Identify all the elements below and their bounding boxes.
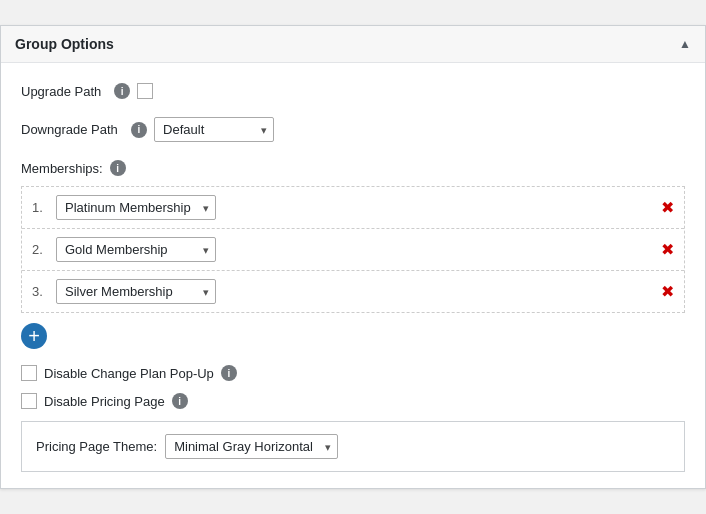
downgrade-path-row: Downgrade Path i Default Custom None xyxy=(21,117,685,142)
upgrade-path-checkbox[interactable] xyxy=(137,83,153,99)
panel-toggle-icon[interactable]: ▲ xyxy=(679,37,691,51)
disable-pricing-label: Disable Pricing Page i xyxy=(44,393,188,409)
disable-pricing-checkbox[interactable] xyxy=(21,393,37,409)
pricing-theme-label: Pricing Page Theme: xyxy=(36,439,157,454)
memberships-label-row: Memberships: i xyxy=(21,160,685,176)
panel-body: Upgrade Path i Downgrade Path i Default … xyxy=(1,63,705,488)
disable-change-plan-checkbox[interactable] xyxy=(21,365,37,381)
membership-2-select[interactable]: Platinum Membership Gold Membership Silv… xyxy=(56,237,216,262)
membership-number-3: 3. xyxy=(32,284,48,299)
membership-item: 3. Platinum Membership Gold Membership S… xyxy=(22,271,684,312)
disable-pricing-info-icon[interactable]: i xyxy=(172,393,188,409)
membership-list: 1. Platinum Membership Gold Membership S… xyxy=(21,186,685,313)
downgrade-path-info-icon[interactable]: i xyxy=(131,122,147,138)
add-membership-button[interactable]: + xyxy=(21,323,47,349)
membership-3-select-wrapper: Platinum Membership Gold Membership Silv… xyxy=(56,279,216,304)
group-options-panel: Group Options ▲ Upgrade Path i Downgrade… xyxy=(0,25,706,489)
membership-1-select-wrapper: Platinum Membership Gold Membership Silv… xyxy=(56,195,216,220)
disable-change-plan-info-icon[interactable]: i xyxy=(221,365,237,381)
disable-change-plan-label: Disable Change Plan Pop-Up i xyxy=(44,365,237,381)
pricing-theme-select[interactable]: Minimal Gray Horizontal Default Blue Gre… xyxy=(165,434,338,459)
pricing-theme-select-wrapper: Minimal Gray Horizontal Default Blue Gre… xyxy=(165,434,338,459)
membership-item: 2. Platinum Membership Gold Membership S… xyxy=(22,229,684,271)
membership-number-1: 1. xyxy=(32,200,48,215)
upgrade-path-label: Upgrade Path xyxy=(21,84,101,99)
downgrade-path-select[interactable]: Default Custom None xyxy=(154,117,274,142)
upgrade-path-info-icon[interactable]: i xyxy=(114,83,130,99)
pricing-theme-box: Pricing Page Theme: Minimal Gray Horizon… xyxy=(21,421,685,472)
membership-3-remove-icon[interactable]: ✖ xyxy=(661,284,674,300)
membership-2-remove-icon[interactable]: ✖ xyxy=(661,242,674,258)
upgrade-path-row: Upgrade Path i xyxy=(21,83,685,99)
disable-change-plan-row: Disable Change Plan Pop-Up i xyxy=(21,365,685,381)
membership-2-select-wrapper: Platinum Membership Gold Membership Silv… xyxy=(56,237,216,262)
memberships-label: Memberships: xyxy=(21,161,103,176)
membership-1-select[interactable]: Platinum Membership Gold Membership Silv… xyxy=(56,195,216,220)
downgrade-path-label: Downgrade Path xyxy=(21,122,118,137)
pricing-theme-row: Pricing Page Theme: Minimal Gray Horizon… xyxy=(36,434,670,459)
membership-number-2: 2. xyxy=(32,242,48,257)
memberships-info-icon[interactable]: i xyxy=(110,160,126,176)
panel-title: Group Options xyxy=(15,36,114,52)
membership-3-select[interactable]: Platinum Membership Gold Membership Silv… xyxy=(56,279,216,304)
panel-header: Group Options ▲ xyxy=(1,26,705,63)
membership-1-remove-icon[interactable]: ✖ xyxy=(661,200,674,216)
membership-item: 1. Platinum Membership Gold Membership S… xyxy=(22,187,684,229)
disable-pricing-row: Disable Pricing Page i xyxy=(21,393,685,409)
downgrade-path-select-wrapper: Default Custom None xyxy=(154,117,274,142)
